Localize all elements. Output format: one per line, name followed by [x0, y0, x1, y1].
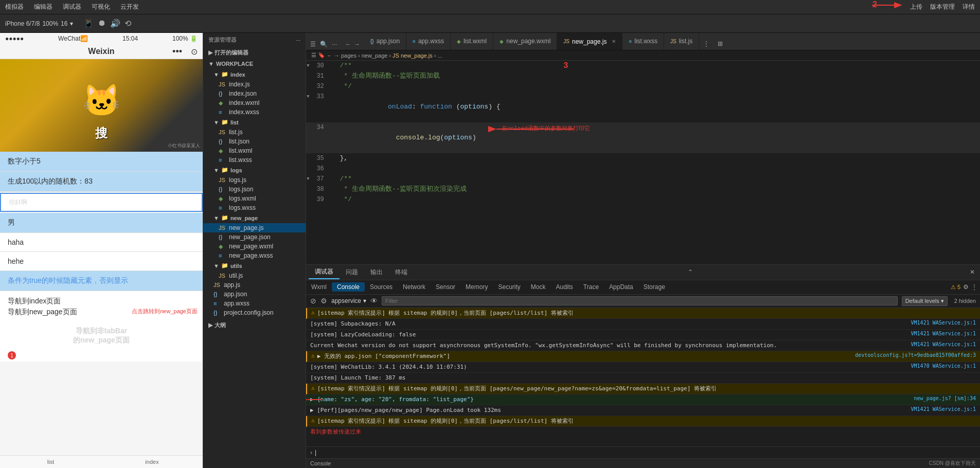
file-logs-json[interactable]: {} logs.json: [203, 185, 306, 194]
console-source-9[interactable]: VM1421 WAService.js:1: [906, 406, 976, 412]
file-list-json[interactable]: {} list.json: [203, 137, 306, 146]
phone-input[interactable]: 你好啊: [0, 193, 203, 212]
close-tab-icon[interactable]: ✕: [612, 39, 616, 44]
console-source-2[interactable]: VM1421 WAService.js:1: [906, 331, 976, 336]
open-editors-toggle[interactable]: ▶ 打开的编辑器: [203, 47, 306, 59]
clear-console-icon[interactable]: ⊘: [310, 297, 316, 305]
devtools-tab-output[interactable]: 输出: [364, 266, 389, 279]
tab-list-wxss[interactable]: ≡ list.wxss: [622, 33, 664, 50]
search-icon[interactable]: 🔍: [320, 41, 328, 48]
file-list-wxss[interactable]: ≡ list.wxss: [203, 155, 306, 165]
camera-icon[interactable]: ⊙: [191, 47, 198, 57]
console-tab-memory[interactable]: Memory: [460, 282, 493, 292]
breadcrumb-file[interactable]: JS new_page.js: [393, 52, 433, 59]
file-new-page-wxml[interactable]: ◆ new_page.wxml: [203, 242, 306, 251]
console-tab-audits[interactable]: Audits: [550, 282, 578, 292]
console-tab-sensor[interactable]: Sensor: [431, 282, 460, 292]
filter-icon[interactable]: ⚙: [320, 297, 327, 305]
collapse-icon[interactable]: ▾: [306, 61, 310, 71]
console-tab-storage[interactable]: Storage: [638, 282, 670, 292]
console-tab-wxml[interactable]: Wxml: [306, 282, 332, 292]
console-source-5[interactable]: VM1470 WAService.js:1: [906, 363, 976, 369]
more-dots-icon[interactable]: •••: [172, 46, 182, 57]
console-tab-trace[interactable]: Trace: [578, 282, 604, 292]
console-tab-mock[interactable]: Mock: [526, 282, 551, 292]
console-tab-network[interactable]: Network: [398, 282, 431, 292]
phone-icon[interactable]: 📱: [83, 19, 94, 28]
toolbar-version[interactable]: 版本管理: [930, 3, 955, 11]
file-index-wxml[interactable]: ◆ index.wxml: [203, 98, 306, 107]
tab-toolbar-icons[interactable]: ☰ 🔍 ···: [306, 39, 341, 50]
breadcrumb-back[interactable]: ←: [327, 52, 332, 59]
toolbar-simulator[interactable]: 模拟器: [5, 3, 24, 11]
folder-index[interactable]: ▼ 📁 index: [203, 69, 306, 80]
console-tab-console[interactable]: Console: [332, 282, 365, 292]
console-tab-security[interactable]: Security: [493, 282, 525, 292]
split-editor-icon[interactable]: ⊞: [714, 38, 727, 50]
devtools-tab-debugger[interactable]: 调试器: [309, 265, 340, 279]
file-index-js[interactable]: JS index.js: [203, 80, 306, 89]
collapse-icon[interactable]: ▾: [306, 92, 310, 102]
toolbar-detail[interactable]: 详情: [963, 3, 975, 11]
settings-icon[interactable]: ⚙: [963, 283, 969, 291]
nav-forward-icon[interactable]: →: [354, 41, 360, 48]
console-input[interactable]: |: [315, 449, 316, 456]
folder-utils[interactable]: ▼ 📁 utils: [203, 260, 306, 271]
file-new-page-js[interactable]: JS new_page.js: [203, 223, 306, 232]
toolbar-cloud[interactable]: 云开发: [120, 3, 139, 11]
devtools-tab-terminal[interactable]: 终端: [389, 266, 414, 279]
tab-new-page-js[interactable]: JS new_page.js ✕: [557, 33, 622, 50]
console-level-selector[interactable]: Default levels ▾: [902, 296, 948, 306]
console-filter-input[interactable]: [382, 296, 898, 305]
file-list-wxml[interactable]: ◆ list.wxml: [203, 146, 306, 155]
tab-new-page-wxml[interactable]: ◆ new_page.wxml: [493, 33, 557, 50]
file-logs-wxml[interactable]: ◆ logs.wxml: [203, 194, 306, 203]
file-new-page-json[interactable]: {} new_page.json: [203, 232, 306, 242]
file-app-wxss[interactable]: ≡ app.wxss: [203, 299, 306, 308]
file-list-js[interactable]: JS list.js: [203, 128, 306, 137]
file-index-json[interactable]: {} index.json: [203, 89, 306, 98]
nav-back-icon[interactable]: ←: [345, 41, 351, 48]
devtools-tab-issues[interactable]: 问题: [340, 266, 364, 279]
devtools-close-icon[interactable]: ✕: [967, 268, 977, 276]
bottom-tab-index[interactable]: index: [101, 456, 203, 468]
console-source-3[interactable]: VM1421 WAService.js:1: [906, 341, 976, 347]
record-icon[interactable]: ⏺: [98, 19, 106, 28]
chevron-down-icon[interactable]: ▾: [70, 20, 73, 27]
tab-list-js[interactable]: JS list.js: [664, 33, 699, 50]
appservice-selector[interactable]: appservice ▾: [331, 297, 366, 304]
collapse-icon[interactable]: ▾: [306, 174, 310, 184]
file-app-json[interactable]: {} app.json: [203, 290, 306, 299]
tab-app-wxss[interactable]: ≡ app.wxss: [406, 33, 451, 50]
device-selector[interactable]: iPhone 6/7/8 100% 16 ▾: [5, 20, 73, 27]
nav-link-0[interactable]: 导航到index页面: [8, 297, 195, 306]
rotate-icon[interactable]: ⟲: [124, 19, 131, 28]
folder-list[interactable]: ▼ 📁 list: [203, 117, 306, 128]
tab-more-icon[interactable]: ···: [332, 41, 337, 48]
folder-logs[interactable]: ▼ 📁 logs: [203, 165, 306, 175]
file-index-wxss[interactable]: ≡ index.wxss: [203, 107, 306, 117]
console-source-1[interactable]: VM1421 WAService.js:1: [906, 320, 976, 326]
sound-icon[interactable]: 🔊: [110, 19, 120, 28]
console-tab-sources[interactable]: Sources: [365, 282, 398, 292]
file-project-config[interactable]: {} project.config.json: [203, 308, 306, 317]
bottom-tab-list[interactable]: list: [0, 456, 101, 468]
tab-list-wxml[interactable]: ◆ list.wxml: [451, 33, 493, 50]
explorer-more-icon[interactable]: ···: [296, 37, 300, 43]
devtools-more-icon[interactable]: ⋮: [971, 283, 977, 291]
console-source-8[interactable]: new_page.js? [sm]:34: [909, 395, 976, 401]
folder-new-page[interactable]: ▼ 📁 new_page: [203, 212, 306, 223]
devtools-collapse-icon[interactable]: ⌃: [685, 268, 696, 276]
tab-overflow-icon[interactable]: ⋮: [699, 38, 714, 50]
file-logs-wxss[interactable]: ≡ logs.wxss: [203, 203, 306, 212]
nav-link-1[interactable]: 导航到new_page页面 点击跳转到new_page页面: [8, 308, 195, 317]
toolbar-debugger[interactable]: 调试器: [63, 3, 81, 11]
nav-link-large[interactable]: 导航到非tabBar 的new_page页面: [0, 322, 203, 349]
outline-toggle[interactable]: ▶ 大纲: [203, 319, 306, 331]
toolbar-upload[interactable]: 上传: [910, 3, 922, 11]
toolbar-editor[interactable]: 编辑器: [34, 3, 52, 11]
console-source-4[interactable]: devtoolsconfig.js?t=9edbae815f00affed:3: [850, 352, 976, 358]
file-app-js[interactable]: JS app.js: [203, 280, 306, 290]
eye-icon[interactable]: 👁: [370, 297, 378, 305]
workplace-toggle[interactable]: ▼ WORKPLACE: [203, 59, 306, 69]
